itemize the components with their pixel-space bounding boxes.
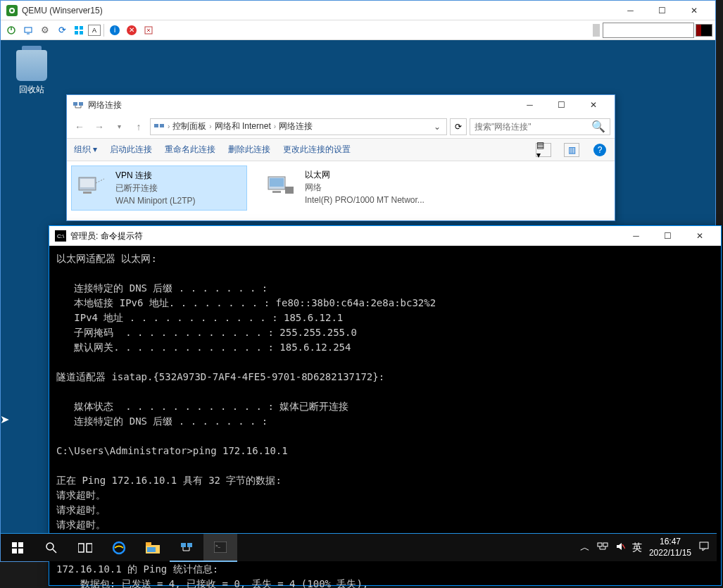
recycle-bin-icon[interactable]: 回收站 <box>11 50 53 96</box>
explorer-titlebar[interactable]: 网络连接 ─ ☐ ✕ <box>67 95 615 115</box>
connection-item-vpn[interactable]: VPN 连接 已断开连接 WAN Miniport (L2TP) <box>71 165 247 211</box>
svg-rect-45 <box>598 543 602 546</box>
clock-date: 2022/11/15 <box>649 548 691 559</box>
delete-connection-button[interactable]: 删除此连接 <box>228 144 270 156</box>
help-button[interactable]: ? <box>592 143 608 157</box>
svg-rect-46 <box>603 543 608 546</box>
expand-icon[interactable] <box>141 23 156 38</box>
qemu-minimize-button[interactable]: ─ <box>615 2 646 19</box>
cmd-minimize-button[interactable]: ─ <box>620 227 652 244</box>
search-input[interactable] <box>474 122 591 132</box>
info-icon[interactable]: i <box>107 23 122 38</box>
search-icon[interactable]: 🔍 <box>591 120 605 133</box>
qemu-window: QEMU (Winserver15) ─ ☐ ✕ ⚙ ⟳ A i ✕ 回收站 <box>0 0 716 562</box>
up-button[interactable]: ↑ <box>130 118 147 135</box>
svg-rect-26 <box>12 542 17 547</box>
search-box[interactable]: 🔍 <box>470 118 610 135</box>
address-dropdown[interactable]: ⌄ <box>431 122 444 132</box>
svg-point-1 <box>11 9 13 12</box>
forward-button[interactable]: → <box>91 118 108 135</box>
svg-rect-8 <box>75 31 78 35</box>
svg-rect-23 <box>270 178 284 187</box>
vpn-icon <box>75 169 108 203</box>
clock-time: 16:47 <box>649 537 691 548</box>
recent-dropdown[interactable]: ▾ <box>111 118 127 135</box>
taskbar-ie-icon[interactable] <box>102 534 136 562</box>
qemu-app-icon <box>6 5 18 16</box>
svg-rect-37 <box>147 547 156 552</box>
svg-rect-17 <box>160 124 164 127</box>
tray-chevron-icon[interactable]: ︿ <box>580 542 590 554</box>
breadcrumb-item[interactable]: 网络连接 <box>279 120 313 132</box>
start-button[interactable] <box>1 534 34 562</box>
windows-key-icon[interactable] <box>71 23 87 38</box>
taskbar-clock[interactable]: 16:47 2022/11/15 <box>649 537 691 558</box>
connection-status: 已断开连接 <box>115 182 196 194</box>
svg-rect-28 <box>12 549 17 553</box>
explorer-window: 网络连接 ─ ☐ ✕ ← → ▾ ↑ › 控制面板 › 网络和 Internet <box>66 94 615 221</box>
qemu-maximize-button[interactable]: ☐ <box>646 2 678 19</box>
connection-status: 网络 <box>305 181 425 194</box>
explorer-maximize-button[interactable]: ☐ <box>546 96 577 113</box>
view-options-button[interactable]: ▤ ▾ <box>536 143 551 157</box>
cmd-icon: C:\ <box>55 230 66 242</box>
address-bar[interactable]: › 控制面板 › 网络和 Internet › 网络连接 ⌄ <box>150 118 447 135</box>
rename-connection-button[interactable]: 重命名此连接 <box>165 144 215 156</box>
explorer-navbar: ← → ▾ ↑ › 控制面板 › 网络和 Internet › 网络连接 ⌄ ⟳ <box>67 115 615 139</box>
gear-icon[interactable]: ⚙ <box>37 23 53 38</box>
tray-network-icon[interactable] <box>597 542 608 553</box>
preview-pane-button[interactable]: ▥ <box>564 143 579 157</box>
ime-indicator[interactable]: 英 <box>632 542 642 554</box>
explorer-close-button[interactable]: ✕ <box>577 96 609 113</box>
system-tray: ︿ 英 16:47 2022/11/15 <box>573 537 717 558</box>
cmd-close-button[interactable]: ✕ <box>684 227 715 244</box>
power-icon[interactable] <box>4 23 19 38</box>
back-button[interactable]: ← <box>71 118 88 135</box>
svg-rect-7 <box>80 26 83 30</box>
svg-rect-25 <box>285 187 294 194</box>
svg-line-21 <box>96 179 104 183</box>
refresh-icon[interactable]: ⟳ <box>54 23 70 38</box>
svg-rect-36 <box>146 542 151 546</box>
connection-name: 以太网 <box>305 168 425 181</box>
svg-rect-27 <box>18 542 23 547</box>
refresh-button[interactable]: ⟳ <box>450 118 467 135</box>
start-connection-button[interactable]: 启动此连接 <box>110 144 152 156</box>
monitor-icon[interactable] <box>20 23 36 38</box>
key-icon[interactable]: A <box>88 25 101 36</box>
explorer-command-bar: 组织 ▾ 启动此连接 重命名此连接 删除此连接 更改此连接的设置 ▤ ▾ ▥ ? <box>67 139 615 161</box>
tray-volume-icon[interactable] <box>615 542 625 553</box>
change-settings-button[interactable]: 更改此连接的设置 <box>283 144 351 156</box>
svg-rect-11 <box>73 102 77 106</box>
cmd-maximize-button[interactable]: ☐ <box>652 227 684 244</box>
stop-icon[interactable]: ✕ <box>124 23 139 38</box>
svg-rect-19 <box>80 179 94 187</box>
breadcrumb-item[interactable]: 控制面板 <box>172 120 206 132</box>
connection-item-ethernet[interactable]: 以太网 网络 Intel(R) PRO/1000 MT Networ... <box>261 165 437 211</box>
taskbar: >_ ︿ 英 16:47 2022/11/15 <box>1 533 717 561</box>
action-center-icon[interactable] <box>698 541 710 554</box>
qemu-toolbar-input[interactable] <box>603 23 694 38</box>
connection-device: Intel(R) PRO/1000 MT Networ... <box>305 194 425 206</box>
qemu-titlebar[interactable]: QEMU (Winserver15) ─ ☐ ✕ <box>1 1 715 20</box>
taskbar-cmd-icon[interactable]: >_ <box>203 534 237 562</box>
svg-rect-12 <box>79 102 83 106</box>
cmd-window: C:\ 管理员: 命令提示符 ─ ☐ ✕ 以太网适配器 以太网: 连接特定的 D… <box>49 225 722 586</box>
cmd-titlebar[interactable]: C:\ 管理员: 命令提示符 ─ ☐ ✕ <box>49 226 721 246</box>
ethernet-icon <box>264 168 298 202</box>
svg-line-31 <box>53 549 56 553</box>
svg-rect-20 <box>83 192 92 194</box>
svg-rect-32 <box>78 544 84 552</box>
svg-line-50 <box>622 544 625 549</box>
desktop[interactable]: 回收站 网络连接 ─ ☐ ✕ ← → ▾ ↑ <box>1 40 715 533</box>
search-button[interactable] <box>34 534 68 562</box>
explorer-title: 网络连接 <box>88 99 514 111</box>
taskbar-network-icon[interactable] <box>170 534 203 562</box>
taskbar-explorer-icon[interactable] <box>136 534 170 562</box>
task-view-button[interactable] <box>68 534 102 562</box>
explorer-minimize-button[interactable]: ─ <box>514 96 546 113</box>
organize-menu[interactable]: 组织 ▾ <box>74 144 97 156</box>
breadcrumb-item[interactable]: 网络和 Internet <box>215 120 271 132</box>
qemu-title: QEMU (Winserver15) <box>22 6 615 15</box>
qemu-close-button[interactable]: ✕ <box>678 2 710 19</box>
